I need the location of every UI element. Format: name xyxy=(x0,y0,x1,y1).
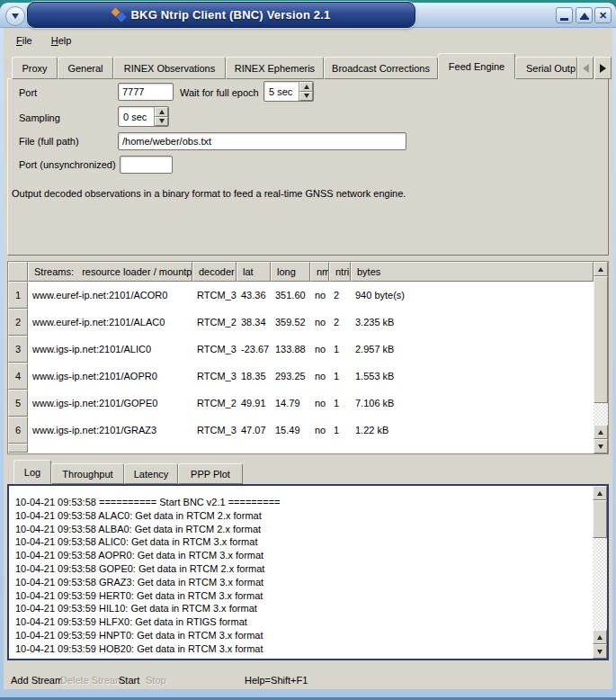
header-decoder[interactable]: decoder xyxy=(192,262,237,282)
log-scrollbar[interactable] xyxy=(593,486,607,659)
chevron-down-icon xyxy=(12,13,19,19)
log-line: 10-04-21 09:53:58 GRAZ3: Get data in RTC… xyxy=(15,576,591,589)
cell-bytes: 2.957 kB xyxy=(351,336,594,363)
menu-file[interactable]: File xyxy=(13,33,36,48)
scrollbar-thumb[interactable] xyxy=(594,276,608,403)
row-number[interactable]: 1 xyxy=(8,282,28,309)
log-line: 10-04-21 09:53:58 ALBA0: Get data in RTC… xyxy=(15,523,591,536)
cell-long: 14.79 xyxy=(271,390,310,417)
start-button[interactable]: Start xyxy=(119,675,139,686)
streams-table-header: Streams: resource loader / mountpoint de… xyxy=(8,262,594,282)
maximize-button[interactable] xyxy=(576,7,593,23)
log-line: 10-04-21 09:53:59 HOB20: Get data in RTC… xyxy=(15,642,591,656)
header-ntrip[interactable]: ntrip xyxy=(329,262,351,282)
table-row[interactable]: 3 www.igs-ip.net:2101/ALIC0 RTCM_3.1 -23… xyxy=(8,336,594,363)
cell-decoder: RTCM_3.0 xyxy=(192,417,237,444)
wait-epoch-value: 5 sec xyxy=(264,82,299,101)
header-mountpoint[interactable]: Streams: resource loader / mountpoint xyxy=(28,262,192,282)
tab-ppp-plot[interactable]: PPP Plot xyxy=(178,463,243,484)
menu-help[interactable]: Help xyxy=(48,33,76,48)
scroll-up-button-2[interactable] xyxy=(594,425,608,439)
table-row[interactable]: 6 www.igs-ip.net:2101/GRAZ3 RTCM_3.0 47.… xyxy=(8,417,594,444)
scrollbar-track[interactable] xyxy=(593,538,607,630)
tab-broadcast-corrections[interactable]: Broadcast Corrections xyxy=(324,57,438,79)
row-number[interactable]: 6 xyxy=(8,417,28,444)
header-nmea[interactable]: nmea xyxy=(310,262,329,282)
cell-decoder: RTCM_3.1 xyxy=(192,336,237,363)
cell-decoder: RTCM_3.1 xyxy=(192,282,237,309)
table-row[interactable]: 4 www.igs-ip.net:2101/AOPR0 RTCM_3.0 18.… xyxy=(8,363,594,390)
cell-mountpoint: www.igs-ip.net:2101/AOPR0 xyxy=(28,363,192,390)
streams-scrollbar[interactable] xyxy=(594,262,608,453)
scroll-up-button[interactable] xyxy=(594,262,608,276)
tab-proxy[interactable]: Proxy xyxy=(12,57,58,79)
wait-epoch-spinbox[interactable]: 5 sec xyxy=(263,81,314,102)
tab-rinex-observations[interactable]: RINEX Observations xyxy=(113,57,226,79)
row-number[interactable]: 2 xyxy=(8,309,28,336)
tab-serial-output[interactable]: Serial Outp xyxy=(515,57,577,79)
table-row[interactable]: 5 www.igs-ip.net:2101/GOPE0 RTCM_2.3 49.… xyxy=(8,390,594,417)
tab-rinex-ephemeris[interactable]: RINEX Ephemeris xyxy=(226,57,324,79)
row-number-partial xyxy=(8,444,28,453)
scroll-up-button-2[interactable] xyxy=(593,630,607,644)
row-number[interactable]: 5 xyxy=(8,390,28,417)
scroll-up-button[interactable] xyxy=(593,486,607,500)
log-output[interactable]: 10-04-21 09:53:58 ========== Start BNC v… xyxy=(7,484,609,660)
cell-lat: 38.34 xyxy=(237,309,271,336)
table-row[interactable]: 2 www.euref-ip.net:2101/ALAC0 RTCM_2.3 3… xyxy=(8,309,594,336)
cell-bytes: 940 byte(s) xyxy=(351,282,594,309)
cell-ntrip: 2 xyxy=(329,309,351,336)
tab-throughput[interactable]: Throughput xyxy=(51,463,124,484)
cell-lat: -23.67 xyxy=(237,336,271,363)
spin-down-button[interactable] xyxy=(155,117,168,127)
tab-scroll-left-button[interactable] xyxy=(577,57,594,79)
cell-ntrip: 2 xyxy=(329,282,351,309)
row-number[interactable]: 4 xyxy=(8,363,28,390)
arrow-down-icon xyxy=(304,94,309,98)
close-button[interactable]: ✕ xyxy=(594,7,612,23)
port-input[interactable] xyxy=(118,83,174,101)
scrollbar-thumb[interactable] xyxy=(593,500,607,538)
tab-general[interactable]: General xyxy=(58,57,113,79)
tab-log[interactable]: Log xyxy=(13,460,51,484)
help-shortcut-label: Help=Shift+F1 xyxy=(245,675,308,686)
cell-ntrip: 1 xyxy=(329,417,351,444)
spin-up-button[interactable] xyxy=(155,107,168,117)
minimize-button[interactable] xyxy=(556,7,573,23)
spin-down-button[interactable] xyxy=(299,92,313,102)
arrow-right-icon xyxy=(600,64,606,73)
title-tab[interactable]: BKG Ntrip Client (BNC) Version 2.1 xyxy=(27,2,415,28)
arrow-up-icon xyxy=(597,491,603,496)
row-number[interactable]: 3 xyxy=(8,336,28,363)
satellite-icon xyxy=(112,8,125,22)
header-bytes[interactable]: bytes xyxy=(351,262,594,282)
cell-mountpoint: www.euref-ip.net:2101/ACOR0 xyxy=(28,282,192,309)
log-line: 10-04-21 09:53:59 HERT0: Get data in RTC… xyxy=(15,589,591,603)
port-unsync-label: Port (unsynchronized) xyxy=(19,159,116,170)
tab-latency[interactable]: Latency xyxy=(124,463,178,484)
cell-nmea: no xyxy=(310,282,329,309)
scrollbar-track[interactable] xyxy=(594,403,608,425)
scroll-down-button[interactable] xyxy=(594,439,608,453)
port-unsync-input[interactable] xyxy=(120,156,173,174)
cell-long: 133.88 xyxy=(271,336,310,363)
wait-epoch-label: Wait for full epoch xyxy=(180,87,259,98)
header-corner xyxy=(8,262,28,282)
file-path-input[interactable] xyxy=(118,132,406,150)
table-row[interactable]: 1 www.euref-ip.net:2101/ACOR0 RTCM_3.1 4… xyxy=(8,282,594,309)
tab-scroll-right-button[interactable] xyxy=(594,57,612,79)
header-long[interactable]: long xyxy=(271,262,310,282)
arrow-down-icon xyxy=(159,119,165,123)
tab-feed-engine[interactable]: Feed Engine xyxy=(438,53,515,79)
spin-up-button[interactable] xyxy=(299,82,313,92)
arrow-up-icon xyxy=(598,267,603,272)
window-title: BKG Ntrip Client (BNC) Version 2.1 xyxy=(130,8,330,22)
sampling-spinbox[interactable]: 0 sec xyxy=(118,106,169,127)
window-menu-button[interactable] xyxy=(5,6,25,26)
log-line: 10-04-21 09:53:58 ========== Start BNC v… xyxy=(15,496,591,509)
scroll-down-button[interactable] xyxy=(593,644,607,659)
add-stream-button[interactable]: Add Stream xyxy=(11,675,63,686)
minimize-icon xyxy=(560,18,568,21)
header-lat[interactable]: lat xyxy=(237,262,271,282)
cell-long: 15.49 xyxy=(271,417,310,444)
